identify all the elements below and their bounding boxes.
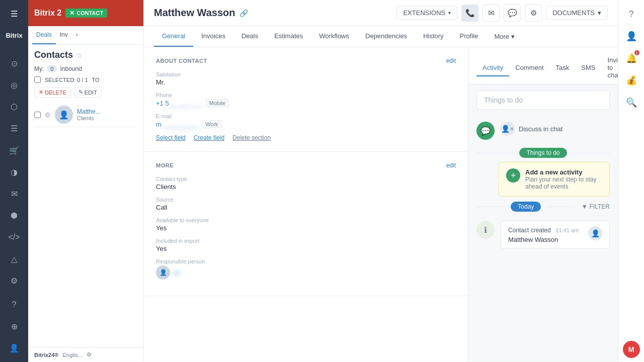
created-info: Contact created 11:41 am Matthew Wasson [508, 226, 579, 243]
source-label: Source [156, 197, 456, 203]
phone-value[interactable]: +1 5__ ___ ___ [156, 100, 202, 107]
documents-arrow: ▾ [598, 9, 601, 17]
create-field-link[interactable]: Create field [194, 134, 224, 141]
nav-icon-10[interactable]: △ [4, 249, 24, 269]
inbound-count: 0 [47, 65, 57, 72]
home-icon[interactable]: Bitrix [4, 26, 24, 45]
activity-tab-comment[interactable]: Comment [509, 60, 549, 76]
gear-icon-contact[interactable]: ⚙ [45, 111, 51, 119]
responsible-label: Responsible person [156, 258, 456, 264]
tab-workflows[interactable]: Workflows [311, 26, 357, 47]
link-icon[interactable]: 🔗 [239, 9, 248, 17]
nav-icon-bottom[interactable]: ⊕ [4, 316, 24, 336]
contact-list-item[interactable]: ⚙ 👤 Matthe... Clients [34, 103, 137, 127]
contact-checkbox[interactable] [34, 112, 41, 118]
tab-deals[interactable]: Deals [233, 26, 266, 47]
header-actions: EXTENSIONS ▾ 📞 ✉ 💬 ⚙ DOCUMENTS ▾ [396, 5, 608, 22]
contact-name[interactable]: Matthe... [77, 108, 137, 115]
things-to-do-input[interactable]: Things to do [476, 90, 610, 110]
about-edit-link[interactable]: edit [446, 57, 456, 64]
tab-more[interactable]: More ▾ [486, 27, 523, 46]
contact-badge[interactable]: ✕ CONTACT [65, 9, 107, 18]
add-activity-title: Add a new activity [525, 168, 602, 176]
dark-sidebar: ☰ Bitrix ⊙ ◎ ⬡ ☰ 🛒 ◑ ✉ ⬢ </> △ ⚙ ? ⊕ 👤 [0, 0, 28, 362]
export-value: Yes [156, 245, 456, 252]
tab-profile[interactable]: Profile [452, 26, 487, 47]
nav-icon-5[interactable]: 🛒 [4, 140, 24, 160]
footer-logo: Bitrix24® [34, 352, 58, 358]
select-field-link[interactable]: Select field [156, 134, 186, 141]
phone-badge: Mobile [206, 99, 229, 107]
nav-icon-7[interactable]: ✉ [4, 184, 24, 204]
about-section-header: ABOUT CONTACT edit [156, 57, 456, 64]
filter-label: FILTER [590, 203, 610, 210]
rs-question-icon[interactable]: ? [621, 4, 641, 24]
rs-search-icon[interactable]: 🔍 [621, 93, 641, 113]
nav-icon-help[interactable]: ? [4, 295, 24, 314]
tab-general[interactable]: General [154, 26, 193, 47]
responsible-value: m [174, 269, 180, 277]
left-tab-inv[interactable]: Inv [56, 26, 72, 44]
documents-button[interactable]: DOCUMENTS ▾ [546, 6, 608, 20]
rs-contact-icon[interactable]: 👤 [621, 26, 641, 46]
settings-button[interactable]: ⚙ [525, 5, 542, 22]
more-section: MORE edit Contact type Clients Source Ca… [144, 152, 468, 296]
extensions-label: EXTENSIONS [403, 9, 445, 17]
contact-avatar: 👤 [55, 106, 73, 124]
nav-icon-9[interactable]: </> [4, 227, 24, 247]
email-value-row: m__________ Work [156, 120, 456, 128]
tab-invoices[interactable]: Invoices [193, 26, 233, 47]
delete-section-link[interactable]: Delete section [232, 134, 271, 141]
nav-icon-user[interactable]: 👤 [4, 338, 24, 358]
nav-icon-11[interactable]: ⚙ [4, 271, 24, 291]
things-to-do-badge: Things to do [519, 148, 567, 158]
email-value[interactable]: m__________ [156, 121, 198, 128]
user-avatar[interactable]: M [623, 341, 640, 358]
activity-tab-activity[interactable]: Activity [476, 60, 509, 76]
tab-dependencies[interactable]: Dependencies [357, 26, 415, 47]
left-panel: Bitrix 2 ✕ CONTACT Deals Inv › Contacts … [28, 0, 144, 362]
nav-icon-2[interactable]: ◎ [4, 75, 24, 95]
left-tab-arrow[interactable]: › [72, 26, 82, 44]
nav-icon-6[interactable]: ◑ [4, 162, 24, 182]
email-label: E-mail [156, 113, 456, 119]
nav-icon-8[interactable]: ⬢ [4, 206, 24, 225]
extensions-button[interactable]: EXTENSIONS ▾ [396, 6, 457, 20]
export-label: Included in export [156, 238, 456, 244]
tab-estimates[interactable]: Estimates [266, 26, 311, 47]
activity-tabs: Activity Comment Task SMS Invite to chat… [468, 47, 618, 84]
tab-history[interactable]: History [415, 26, 451, 47]
activity-tab-invite[interactable]: Invite to chat [601, 52, 618, 84]
filter-button[interactable]: ▼ FILTER [582, 203, 610, 210]
responsible-value-row: 👤 m [156, 265, 456, 280]
nav-icon-1[interactable]: ⊙ [4, 53, 24, 73]
phone-button[interactable]: 📞 [461, 5, 478, 22]
contact-type-value: Clients [156, 183, 456, 191]
activity-tab-task[interactable]: Task [550, 60, 576, 76]
activity-tab-sms[interactable]: SMS [575, 60, 601, 76]
more-edit-link[interactable]: edit [446, 162, 456, 169]
contact-created-label: Contact created [508, 227, 551, 234]
edit-pencil-icon: ✎ [78, 89, 83, 96]
chat-button[interactable]: 💬 [504, 5, 521, 22]
email-button[interactable]: ✉ [482, 5, 500, 22]
info-activity-item: ℹ Contact created 11:41 am Matthew Wasso… [468, 215, 618, 255]
select-all-checkbox[interactable] [34, 76, 41, 83]
star-icon[interactable]: ☆ [76, 51, 83, 59]
source-value: Call [156, 204, 456, 211]
inbound-label: Inbound [60, 65, 82, 72]
rs-coin-icon[interactable]: 💰 [621, 70, 641, 90]
left-tab-deals[interactable]: Deals [32, 26, 56, 44]
contact-badge-close[interactable]: ✕ [69, 10, 74, 17]
rs-bell-icon[interactable]: 🔔 1 [621, 48, 641, 68]
nav-icon-3[interactable]: ⬡ [4, 97, 24, 117]
top-header: Matthew Wasson 🔗 EXTENSIONS ▾ 📞 ✉ 💬 ⚙ DO… [144, 0, 618, 26]
menu-icon[interactable]: ☰ [4, 4, 24, 24]
add-user-button[interactable]: 👤+ [501, 122, 515, 136]
left-nav-tabs: Deals Inv › [28, 26, 143, 45]
nav-icon-4[interactable]: ☰ [4, 119, 24, 138]
edit-button[interactable]: ✎ EDIT [74, 87, 102, 98]
add-activity-plus-button[interactable]: + [506, 168, 520, 183]
about-section-title: ABOUT CONTACT [156, 58, 207, 64]
delete-button[interactable]: ✕ DELETE [34, 87, 71, 98]
